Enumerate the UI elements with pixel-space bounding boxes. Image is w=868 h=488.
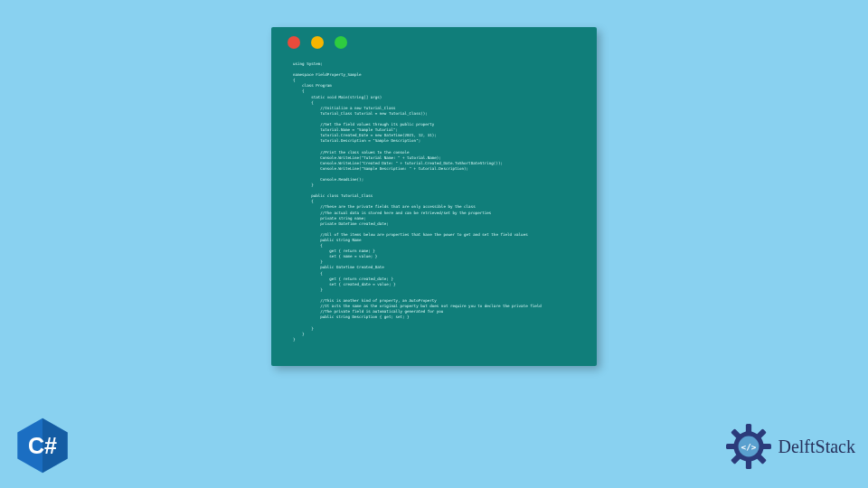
- minimize-icon: [311, 36, 324, 49]
- csharp-logo-icon: C#: [13, 416, 72, 475]
- maximize-icon: [335, 36, 347, 49]
- delftstack-gear-icon: </>: [725, 423, 772, 470]
- delftstack-text: DelftStack: [778, 436, 855, 457]
- csharp-label: C#: [28, 433, 57, 458]
- code-window: using System; namespace FieldProperty_Sa…: [271, 27, 597, 366]
- window-titlebar: [271, 27, 597, 58]
- delftstack-brand: </> DelftStack: [725, 423, 855, 470]
- code-content: using System; namespace FieldProperty_Sa…: [271, 58, 597, 366]
- close-icon: [288, 36, 300, 49]
- svg-text:</>: </>: [741, 442, 757, 452]
